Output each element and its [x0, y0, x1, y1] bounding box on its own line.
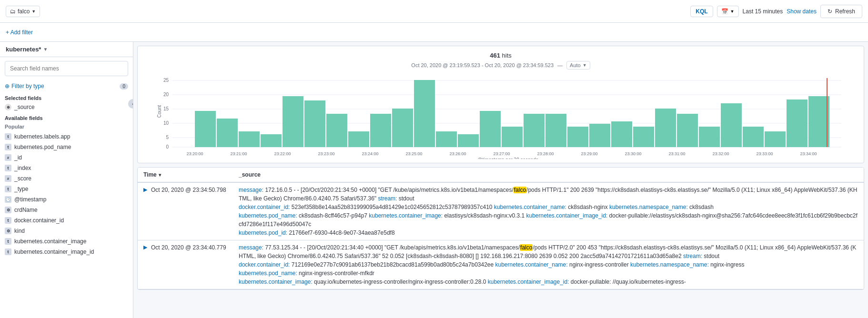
field-item-timestamp[interactable]: 🕐 @timestamp	[0, 194, 133, 205]
field-item-labels-app[interactable]: t kubernetes.labels.app	[0, 131, 133, 142]
topbar-right: KQL 📅 ▼ Last 15 minutes Show dates ↻ Ref…	[690, 5, 862, 18]
field-item-container-image[interactable]: t kubernetes.container_image	[0, 236, 133, 247]
kql-button[interactable]: KQL	[690, 6, 713, 17]
kube2-ciid-val: docker-pullable: //quay.io/kubernetes-in…	[569, 278, 686, 285]
kube-pid-key: kubernetes.pod_id:	[239, 229, 287, 236]
msg-val-1: 172.16.0.5 - - [20/Oct/2020:21:34:50 +00…	[265, 187, 513, 193]
search-field-input[interactable]	[5, 61, 128, 76]
source-cell: message: 172.16.0.5 - - [20/Oct/2020:21:…	[239, 186, 858, 237]
field-item-docker-container[interactable]: t docker.container_id	[0, 215, 133, 226]
svg-rect-38	[721, 103, 742, 147]
stream2-val: stdout	[702, 253, 719, 259]
kube2-ci-key: kubernetes.container_image:	[239, 278, 313, 285]
chart-subheader: Oct 20, 2020 @ 23:19:59.523 - Oct 20, 20…	[145, 61, 856, 70]
filter-by-type-button[interactable]: ⊕ Filter by type	[5, 83, 44, 89]
sort-icon: ▾	[159, 172, 161, 178]
svg-rect-32	[589, 124, 610, 147]
calendar-icon: 📅	[721, 8, 728, 15]
field-name-docker-container: docker.container_id	[14, 217, 64, 224]
type-badge-score: #	[5, 175, 11, 182]
field-name-id: _id	[14, 154, 22, 161]
topbar: 🗂 falco ▼ KQL 📅 ▼ Last 15 minutes Show d…	[0, 0, 868, 23]
kube-pn-key: kubernetes.pod_name:	[239, 212, 297, 219]
popular-label: Popular	[0, 122, 133, 131]
svg-text:23:28:00: 23:28:00	[537, 151, 554, 156]
field-item-source[interactable]: ⊕ _source	[0, 102, 133, 112]
table-header: Time ▾ _source	[138, 168, 864, 183]
chevron-down-icon: ▼	[31, 9, 36, 14]
type-badge-type: t	[5, 186, 11, 192]
kube-ci-key: kubernetes.container_image:	[369, 212, 443, 219]
msg-key: message:	[239, 187, 263, 193]
svg-text:23:24:00: 23:24:00	[362, 151, 378, 156]
type-badge-kind: ⚙	[5, 228, 11, 234]
svg-text:15: 15	[163, 106, 169, 111]
main-layout: kubernetes* ▼ ‹ ⊕ Filter by type 0 Selec…	[0, 42, 868, 318]
type-badge-ts: 🕐	[5, 196, 11, 203]
svg-text:23:26:00: 23:26:00	[449, 151, 466, 156]
field-item-container-image-id[interactable]: t kubernetes.container_image_id	[0, 247, 133, 257]
main-content: 461 hits Oct 20, 2020 @ 23:19:59.523 - O…	[133, 42, 868, 318]
svg-text:23:33:00: 23:33:00	[756, 151, 773, 156]
source-col-label: _source	[239, 171, 261, 178]
filter-type-label: Filter by type	[11, 83, 44, 89]
source-field-name: _source	[14, 104, 35, 110]
index-name: falco	[18, 8, 30, 15]
row-time: Oct 20, 2020 @ 23:34:50.798	[151, 187, 226, 193]
field-item-pod-name[interactable]: t kubernetes.pod_name	[0, 142, 133, 152]
svg-text:23:29:00: 23:29:00	[581, 151, 597, 156]
svg-rect-18	[283, 96, 303, 147]
field-name-labels-app: kubernetes.labels.app	[14, 133, 70, 140]
svg-rect-15	[217, 119, 238, 147]
type-badge-ci: t	[5, 238, 11, 245]
stream-val: stdout	[397, 195, 414, 202]
chart-header: 461 hits	[145, 52, 856, 59]
kube-cn-key: kubernetes.container_name:	[494, 204, 566, 210]
svg-rect-22	[370, 114, 391, 147]
svg-rect-33	[611, 121, 632, 147]
svg-rect-30	[545, 114, 566, 147]
row-expand-button-2[interactable]: ▶	[143, 244, 147, 250]
field-name-timestamp: @timestamp	[14, 196, 47, 203]
field-item-kind[interactable]: ⚙ kind	[0, 226, 133, 236]
refresh-label: Refresh	[835, 8, 855, 15]
svg-rect-24	[414, 80, 435, 147]
row-expand-button[interactable]: ▶	[143, 187, 147, 193]
field-item-index[interactable]: t _index	[0, 163, 133, 173]
svg-text:23:34:00: 23:34:00	[800, 151, 817, 156]
source-cell-2: message: 77.53.125.34 - - [20/Oct/2020:2…	[239, 243, 858, 286]
calendar-button[interactable]: 📅 ▼	[717, 6, 739, 17]
refresh-button[interactable]: ↻ Refresh	[820, 5, 862, 18]
add-filter-button[interactable]: + Add filter	[6, 29, 33, 36]
svg-text:23:25:00: 23:25:00	[405, 151, 422, 156]
type-badge-docker: t	[5, 217, 11, 224]
kube-ns-val: ck8sdash	[688, 204, 714, 210]
svg-rect-29	[524, 114, 545, 147]
show-dates-button[interactable]: Show dates	[787, 8, 817, 15]
app-container: 🗂 falco ▼ KQL 📅 ▼ Last 15 minutes Show d…	[0, 0, 868, 318]
field-item-type[interactable]: t _type	[0, 184, 133, 194]
svg-rect-42	[808, 96, 829, 147]
svg-rect-26	[458, 134, 479, 147]
table-row-header-2[interactable]: ▶ Oct 20, 2020 @ 23:34:40.779 message: 7…	[138, 240, 864, 289]
hits-count: 461	[490, 52, 500, 59]
svg-rect-17	[261, 134, 282, 147]
svg-text:23:21:00: 23:21:00	[230, 151, 247, 156]
kube2-ns-key: kubernetes.namespace_name:	[630, 261, 709, 268]
index-selector[interactable]: 🗂 falco ▼	[6, 6, 40, 17]
kube2-cn-key: kubernetes.container_name:	[495, 261, 568, 268]
field-item-crdname[interactable]: ⚙ crdName	[0, 205, 133, 215]
time-cell: ▶ Oct 20, 2020 @ 23:34:50.798	[143, 186, 239, 193]
refresh-icon: ↻	[828, 8, 832, 15]
selected-fields-label: Selected fields	[0, 92, 133, 102]
field-item-id[interactable]: # _id	[0, 152, 133, 163]
svg-text:0: 0	[166, 144, 169, 149]
svg-text:23:22:00: 23:22:00	[274, 151, 291, 156]
auto-label: Auto	[570, 62, 581, 68]
svg-text:25: 25	[163, 78, 169, 83]
auto-select-dropdown[interactable]: Auto ▼	[566, 61, 590, 70]
table-row-header[interactable]: ▶ Oct 20, 2020 @ 23:34:50.798 message: 1…	[138, 183, 864, 240]
field-item-score[interactable]: # _score	[0, 173, 133, 184]
type-badge-id: #	[5, 154, 11, 161]
time-col-label: Time	[143, 171, 157, 178]
